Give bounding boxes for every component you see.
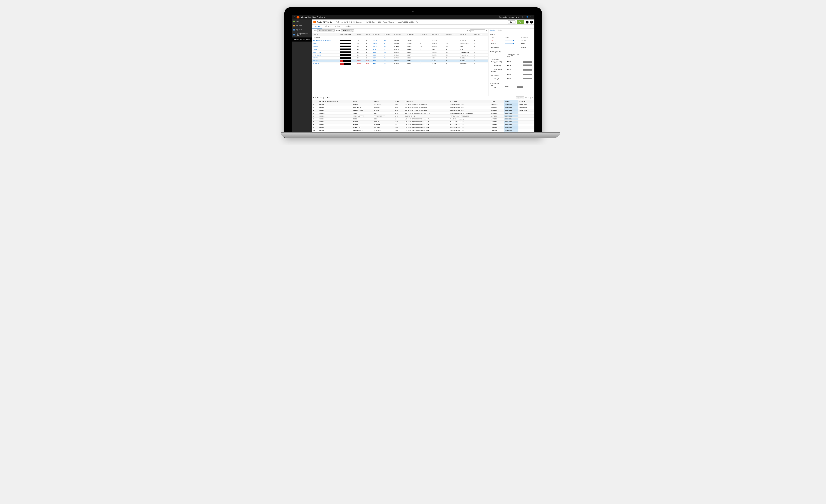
settings-icon[interactable]: ⚙ [486, 30, 487, 32]
grid-row[interactable]: CAMPNO35.81%45294.3%57661.89%8290266.19%… [312, 62, 488, 65]
preview-header[interactable]: COMPNAME [404, 100, 449, 103]
datatypes-section-toggle[interactable]: ▾ Data Types (5) [490, 50, 533, 53]
stats-select[interactable]: All Statistics [341, 29, 354, 33]
preview-header[interactable]: MAKE [352, 100, 373, 103]
grid-row[interactable]: CDATE27.5%36834.97%66667.53%9046272.5%82… [312, 60, 488, 62]
grid-header[interactable]: Minimum Le... [474, 33, 488, 36]
grid-row[interactable]: MODEL0%02.87%38497.13%130111936.85%25YKS… [312, 45, 488, 48]
datatype-row[interactable]: String(8)100% [490, 77, 533, 80]
grid-header[interactable]: # Distinct [383, 33, 393, 36]
preview-header[interactable]: MFR_NAME [449, 100, 490, 103]
preview-row[interactable]: 8C89001BUICKRIVIERA1984VEHICLE SPEED CON… [312, 123, 534, 126]
column-link[interactable]: COMPNAME [313, 51, 321, 53]
sidebar-item-1[interactable]: Explore [292, 23, 312, 27]
datatype-row[interactable]: varchar(255) [490, 58, 533, 60]
preview-row[interactable]: 4C86001AUDI50001980VEHICLE SPEED CONTROL… [312, 112, 534, 115]
grid-row[interactable]: NHTSA_ACTION_NUMBER0%06.05%81093.95%1258… [312, 39, 488, 42]
view-select[interactable]: Columns and Rules [317, 29, 335, 33]
preview-row[interactable]: 7C89001BUICKREGAL1983VEHICLE SPEED CONTR… [312, 121, 534, 123]
grid-header[interactable]: % Non-dist... [393, 33, 407, 36]
column-link[interactable]: MFR_NAME [313, 54, 321, 56]
tab-definition[interactable]: Definition [322, 24, 333, 28]
sort-icon[interactable]: ⇅ [467, 30, 468, 32]
preview-row[interactable]: 5C87002ARROWCRAFTARROWCRAFT1978SUSPENSIO… [312, 115, 534, 118]
module-dropdown[interactable]: Data Profiling ▾ [312, 16, 325, 18]
find-input[interactable] [470, 29, 485, 33]
preview-header[interactable]: CAMPNO [519, 100, 534, 103]
layout2-icon[interactable]: ▯ [530, 97, 531, 99]
preview-row[interactable]: 9C89001CADILLACSEVILLE1983VEHICLE SPEED … [312, 126, 534, 129]
filter-preview-icon[interactable]: ▽ [525, 97, 527, 99]
datatype-row[interactable]: Fixed Length String(8)100% [490, 67, 533, 72]
grid-header[interactable]: Maximum L... [445, 33, 459, 36]
tab-schedule[interactable]: Schedule [342, 24, 353, 28]
queries-button[interactable]: Queries [516, 97, 524, 99]
grid-row[interactable]: MFR_NAME0%00.19%2599.81%13370485.25%28Fo… [312, 54, 488, 57]
with-label: with [338, 30, 340, 32]
tab-rules[interactable]: Rules [333, 24, 342, 28]
details-tab-rules[interactable]: Rules [496, 29, 504, 32]
hamburger-icon[interactable]: ☰ [294, 16, 295, 18]
save-button[interactable]: Save [508, 20, 516, 24]
layout1-icon[interactable]: ▭ [528, 97, 529, 99]
column-link[interactable]: MAKE [313, 43, 317, 44]
profile-icon [313, 21, 316, 23]
sidebar-item-0[interactable]: New... [292, 19, 312, 23]
run-button[interactable]: Run [517, 20, 524, 24]
grid-row[interactable]: COMPNAME0%01.36%18298.64%13213749.91%96W… [312, 51, 488, 54]
datatype-row[interactable]: Integer(8)100% [490, 73, 533, 76]
help-icon[interactable]: ? [530, 16, 531, 18]
column-link[interactable]: CAMPNO [313, 63, 319, 65]
preview-row[interactable]: 6C87003FORDE3501984VEHICLE SPEED CONTROL… [312, 118, 534, 121]
grid-header[interactable]: Columns [312, 33, 339, 36]
preview-header[interactable]: MODEL [373, 100, 394, 103]
details-panel: DetailsRules ▾ Trend TypeTrend% ChangeNu… [488, 29, 534, 96]
ic-new-icon [293, 20, 295, 22]
details-tab-details[interactable]: Details [488, 29, 496, 32]
preview-header[interactable]: NHTSA_ACTION_NUMBER [318, 100, 352, 103]
pattern-row[interactable]: 9(8)72.5% [490, 85, 533, 88]
grid-header[interactable]: Value Distribution [339, 33, 356, 36]
preview-header[interactable]: YEAR [394, 100, 404, 103]
grid-header[interactable]: % Distinct [372, 33, 383, 36]
column-link[interactable]: ODATE [313, 57, 318, 59]
patterns-section-toggle[interactable]: ▾ Patterns (2) [490, 82, 533, 85]
grid-row[interactable]: YEAR0%00.43%5799.57%133381100%499994 [312, 48, 488, 51]
preview-header[interactable] [312, 100, 318, 103]
preview-header[interactable]: ODATE [490, 100, 504, 103]
grid-group-row[interactable]: ▾ Columns [312, 36, 488, 39]
datatype-row[interactable]: Date(yyyymmdd)100% [490, 61, 533, 63]
layout3-icon[interactable]: ≡ [532, 97, 533, 99]
grid-row[interactable]: ODATE0%05.27%70694.73%126891100%82021011… [312, 57, 488, 60]
grid-header[interactable]: Maximum ... [459, 33, 474, 36]
user-icon[interactable]: 👤 [526, 16, 528, 18]
ic-jobs-icon [293, 29, 295, 30]
close-button[interactable]: ✕ [530, 20, 533, 23]
column-link[interactable]: YEAR [313, 48, 317, 50]
preview-row[interactable]: 2C85007CHEVROLETCELEBRITY1983SERVICE BRA… [312, 106, 534, 109]
org-dropdown[interactable]: Informatica Ireland Ltd ▾ [499, 16, 519, 18]
flag-icon[interactable]: ⚑ [522, 16, 524, 18]
grid-header[interactable]: % Null [356, 33, 365, 36]
grid-header[interactable]: # Null [365, 33, 372, 36]
tab-results[interactable]: Results [312, 24, 322, 28]
grid-row[interactable]: MAKE0%00.26%3599.74%13360475.46%20WILDER… [312, 42, 488, 45]
trend-section-toggle[interactable]: ▾ Trend [490, 33, 533, 36]
preview-row[interactable]: 10C89001OLDSMOBILECUTLASS1986VEHICLE SPE… [312, 129, 534, 132]
grid-header[interactable]: # Non-disti... [407, 33, 420, 36]
sidebar-item-3[interactable]: My Import/Export Logs [292, 32, 312, 38]
column-link[interactable]: CDATE [313, 60, 318, 62]
preview-row[interactable]: 3C85007OLDSMOBILECIERA1983SERVICE BRAKES… [312, 109, 534, 112]
grid-header[interactable]: % of Top Pa... [431, 33, 445, 36]
preview-row[interactable]: 1C85007BUICKCENTURY1983SERVICE BRAKES, H… [312, 103, 534, 106]
sidebar-item-4[interactable]: Profile_NHTSA_Data ⊘ [292, 38, 312, 42]
sidebar-item-2[interactable]: My Jobs [292, 27, 312, 32]
more-button[interactable]: ⋯ [526, 20, 529, 23]
preview-rowcount: 10 Rows [324, 97, 330, 99]
datatype-row[interactable]: Decimal(8)100% [490, 63, 533, 67]
column-link[interactable]: NHTSA_ACTION_NUMBER [313, 40, 331, 41]
filter-icon[interactable]: ▽ [469, 30, 470, 32]
preview-header[interactable]: CDATE [504, 100, 519, 103]
grid-header[interactable]: # Patterns [420, 33, 431, 36]
column-link[interactable]: MODEL [313, 45, 318, 47]
